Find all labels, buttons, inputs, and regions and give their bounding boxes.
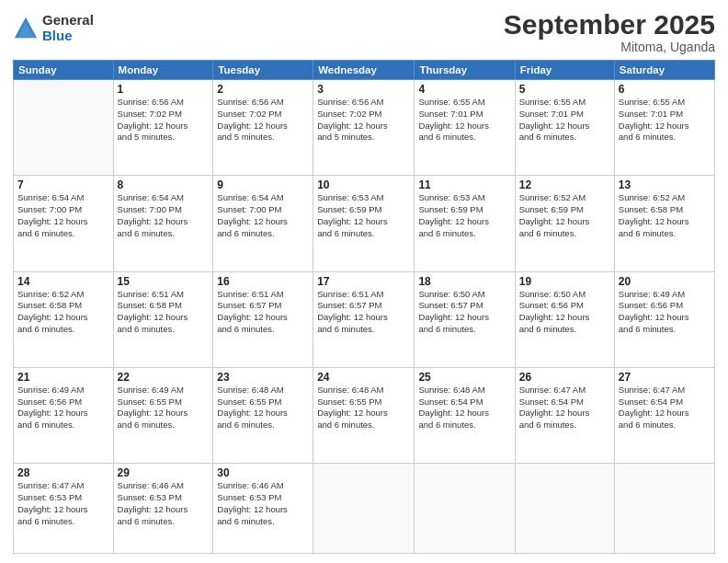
day-cell: 19Sunrise: 6:50 AM Sunset: 6:56 PM Dayli… bbox=[515, 271, 614, 367]
day-number: 4 bbox=[418, 83, 510, 96]
col-saturday: Saturday bbox=[614, 61, 714, 80]
day-number: 15 bbox=[118, 275, 210, 288]
week-row-4: 21Sunrise: 6:49 AM Sunset: 6:56 PM Dayli… bbox=[14, 367, 715, 463]
day-number: 22 bbox=[118, 371, 210, 384]
day-number: 1 bbox=[118, 83, 210, 96]
day-info: Sunrise: 6:52 AM Sunset: 6:58 PM Dayligh… bbox=[619, 192, 711, 239]
week-row-1: 1Sunrise: 6:56 AM Sunset: 7:02 PM Daylig… bbox=[14, 80, 715, 176]
day-cell: 11Sunrise: 6:53 AM Sunset: 6:59 PM Dayli… bbox=[415, 176, 515, 271]
logo-text: General Blue bbox=[42, 13, 94, 43]
day-number: 13 bbox=[619, 178, 711, 191]
day-info: Sunrise: 6:55 AM Sunset: 7:01 PM Dayligh… bbox=[619, 97, 711, 144]
day-cell bbox=[14, 80, 114, 176]
day-cell: 15Sunrise: 6:51 AM Sunset: 6:58 PM Dayli… bbox=[113, 271, 213, 367]
day-cell: 13Sunrise: 6:52 AM Sunset: 6:58 PM Dayli… bbox=[614, 176, 714, 271]
day-number: 18 bbox=[418, 275, 510, 288]
day-number: 27 bbox=[619, 371, 711, 384]
day-number: 7 bbox=[17, 178, 109, 191]
day-info: Sunrise: 6:51 AM Sunset: 6:58 PM Dayligh… bbox=[118, 289, 210, 336]
day-cell: 6Sunrise: 6:55 AM Sunset: 7:01 PM Daylig… bbox=[614, 80, 714, 176]
day-info: Sunrise: 6:56 AM Sunset: 7:02 PM Dayligh… bbox=[317, 97, 410, 144]
location-subtitle: Mitoma, Uganda bbox=[504, 40, 715, 54]
day-cell: 7Sunrise: 6:54 AM Sunset: 7:00 PM Daylig… bbox=[14, 176, 114, 271]
day-info: Sunrise: 6:50 AM Sunset: 6:56 PM Dayligh… bbox=[519, 289, 610, 336]
day-number: 19 bbox=[519, 275, 610, 288]
day-info: Sunrise: 6:48 AM Sunset: 6:55 PM Dayligh… bbox=[217, 385, 309, 431]
day-cell: 20Sunrise: 6:49 AM Sunset: 6:56 PM Dayli… bbox=[614, 271, 714, 367]
day-cell: 16Sunrise: 6:51 AM Sunset: 6:57 PM Dayli… bbox=[213, 271, 313, 367]
day-number: 26 bbox=[519, 371, 610, 384]
week-row-2: 7Sunrise: 6:54 AM Sunset: 7:00 PM Daylig… bbox=[14, 176, 715, 271]
day-cell: 26Sunrise: 6:47 AM Sunset: 6:54 PM Dayli… bbox=[515, 367, 614, 463]
logo-blue: Blue bbox=[42, 29, 94, 44]
day-cell: 30Sunrise: 6:46 AM Sunset: 6:53 PM Dayli… bbox=[213, 464, 313, 554]
header: General Blue September 2025 Mitoma, Ugan… bbox=[13, 9, 715, 54]
day-info: Sunrise: 6:52 AM Sunset: 6:58 PM Dayligh… bbox=[17, 289, 109, 336]
day-number: 8 bbox=[118, 178, 210, 191]
day-number: 9 bbox=[217, 178, 309, 191]
day-cell: 12Sunrise: 6:52 AM Sunset: 6:59 PM Dayli… bbox=[515, 176, 614, 271]
week-row-5: 28Sunrise: 6:47 AM Sunset: 6:53 PM Dayli… bbox=[14, 464, 715, 554]
day-info: Sunrise: 6:55 AM Sunset: 7:01 PM Dayligh… bbox=[418, 97, 510, 144]
day-cell: 18Sunrise: 6:50 AM Sunset: 6:57 PM Dayli… bbox=[415, 271, 515, 367]
day-number: 16 bbox=[217, 275, 309, 288]
col-monday: Monday bbox=[113, 61, 213, 80]
day-info: Sunrise: 6:51 AM Sunset: 6:57 PM Dayligh… bbox=[317, 289, 410, 336]
day-number: 24 bbox=[317, 371, 410, 384]
day-cell: 17Sunrise: 6:51 AM Sunset: 6:57 PM Dayli… bbox=[313, 271, 415, 367]
logo-general: General bbox=[42, 13, 94, 29]
day-cell: 28Sunrise: 6:47 AM Sunset: 6:53 PM Dayli… bbox=[14, 464, 114, 554]
day-number: 21 bbox=[17, 371, 109, 384]
day-cell bbox=[614, 464, 714, 554]
day-info: Sunrise: 6:49 AM Sunset: 6:55 PM Dayligh… bbox=[118, 385, 210, 431]
day-cell: 21Sunrise: 6:49 AM Sunset: 6:56 PM Dayli… bbox=[14, 367, 114, 463]
day-info: Sunrise: 6:50 AM Sunset: 6:57 PM Dayligh… bbox=[418, 289, 510, 336]
col-thursday: Thursday bbox=[415, 61, 515, 80]
day-number: 3 bbox=[317, 83, 410, 96]
day-info: Sunrise: 6:53 AM Sunset: 6:59 PM Dayligh… bbox=[418, 192, 510, 239]
day-info: Sunrise: 6:55 AM Sunset: 7:01 PM Dayligh… bbox=[519, 97, 610, 144]
day-cell: 3Sunrise: 6:56 AM Sunset: 7:02 PM Daylig… bbox=[313, 80, 415, 176]
day-info: Sunrise: 6:47 AM Sunset: 6:53 PM Dayligh… bbox=[17, 480, 109, 527]
day-number: 2 bbox=[217, 83, 309, 96]
day-cell: 14Sunrise: 6:52 AM Sunset: 6:58 PM Dayli… bbox=[14, 271, 114, 367]
day-number: 6 bbox=[619, 83, 711, 96]
col-friday: Friday bbox=[515, 61, 614, 80]
day-info: Sunrise: 6:47 AM Sunset: 6:54 PM Dayligh… bbox=[519, 385, 610, 431]
day-info: Sunrise: 6:56 AM Sunset: 7:02 PM Dayligh… bbox=[118, 97, 210, 144]
day-cell: 25Sunrise: 6:48 AM Sunset: 6:54 PM Dayli… bbox=[415, 367, 515, 463]
day-cell: 5Sunrise: 6:55 AM Sunset: 7:01 PM Daylig… bbox=[515, 80, 614, 176]
col-wednesday: Wednesday bbox=[313, 61, 415, 80]
logo-icon bbox=[13, 16, 39, 41]
day-cell: 27Sunrise: 6:47 AM Sunset: 6:54 PM Dayli… bbox=[614, 367, 714, 463]
logo: General Blue bbox=[13, 13, 94, 43]
calendar-page: General Blue September 2025 Mitoma, Ugan… bbox=[0, 0, 728, 563]
calendar-table: Sunday Monday Tuesday Wednesday Thursday… bbox=[13, 60, 715, 554]
day-number: 30 bbox=[217, 466, 309, 479]
day-number: 20 bbox=[619, 275, 711, 288]
day-number: 10 bbox=[317, 178, 410, 191]
month-title: September 2025 bbox=[504, 9, 715, 40]
day-cell bbox=[415, 464, 515, 554]
day-info: Sunrise: 6:53 AM Sunset: 6:59 PM Dayligh… bbox=[317, 192, 410, 239]
day-cell: 24Sunrise: 6:48 AM Sunset: 6:55 PM Dayli… bbox=[313, 367, 415, 463]
day-cell: 10Sunrise: 6:53 AM Sunset: 6:59 PM Dayli… bbox=[313, 176, 415, 271]
day-cell: 9Sunrise: 6:54 AM Sunset: 7:00 PM Daylig… bbox=[213, 176, 313, 271]
day-info: Sunrise: 6:54 AM Sunset: 7:00 PM Dayligh… bbox=[217, 192, 309, 239]
day-number: 25 bbox=[418, 371, 510, 384]
day-number: 12 bbox=[519, 178, 610, 191]
day-cell: 4Sunrise: 6:55 AM Sunset: 7:01 PM Daylig… bbox=[415, 80, 515, 176]
day-number: 5 bbox=[519, 83, 610, 96]
day-info: Sunrise: 6:54 AM Sunset: 7:00 PM Dayligh… bbox=[118, 192, 210, 239]
day-number: 28 bbox=[17, 466, 109, 479]
day-number: 11 bbox=[418, 178, 510, 191]
day-cell bbox=[313, 464, 415, 554]
week-row-3: 14Sunrise: 6:52 AM Sunset: 6:58 PM Dayli… bbox=[14, 271, 715, 367]
day-info: Sunrise: 6:51 AM Sunset: 6:57 PM Dayligh… bbox=[217, 289, 309, 336]
day-info: Sunrise: 6:49 AM Sunset: 6:56 PM Dayligh… bbox=[17, 385, 109, 431]
col-sunday: Sunday bbox=[14, 61, 114, 80]
day-info: Sunrise: 6:46 AM Sunset: 6:53 PM Dayligh… bbox=[217, 480, 309, 527]
day-number: 14 bbox=[17, 275, 109, 288]
day-info: Sunrise: 6:54 AM Sunset: 7:00 PM Dayligh… bbox=[17, 192, 109, 239]
day-cell: 22Sunrise: 6:49 AM Sunset: 6:55 PM Dayli… bbox=[113, 367, 213, 463]
